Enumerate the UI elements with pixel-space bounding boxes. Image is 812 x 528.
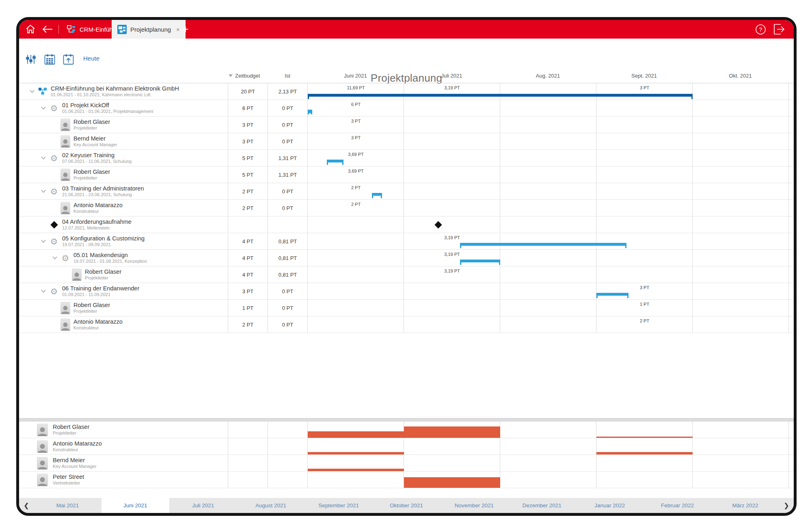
resource-ist-cell [268, 455, 307, 471]
timeline-tab-juli-2021[interactable]: Juli 2021 [169, 498, 237, 513]
resource-row[interactable]: Peter Street Vertriebsleiter [19, 472, 794, 488]
task-bar[interactable] [460, 243, 626, 246]
table-row[interactable]: CRM-Einführung bei Kahrmann Elektronik G… [19, 83, 794, 100]
row-titles: 06 Training der Endanwender 01.09.2021 -… [62, 285, 139, 298]
page-canvas: CRM-Einführu... Projektplanung × + ? [0, 0, 812, 528]
resource-gantt-cell [307, 455, 794, 471]
project-tree-icon [67, 25, 76, 34]
resource-row[interactable]: Bernd Meier Key Account Manager [19, 455, 794, 472]
back-button[interactable] [39, 20, 56, 39]
effort-label: 2 PT [328, 185, 384, 190]
timeline-tab-mai-2021[interactable]: Mai 2021 [34, 498, 102, 513]
gantt-cell[interactable]: 1 PT [307, 300, 794, 316]
table-row[interactable]: 04 Anforderungsaufnahme 12.07.2021, Meil… [19, 216, 794, 233]
table-row[interactable]: Antonio Matarazzo Konstrukteur 2 PT 0 PT… [19, 316, 794, 333]
table-row[interactable]: Bernd Meier Key Account Manager 3 PT 0 P… [19, 133, 794, 150]
gantt-cell[interactable]: 3,69 PT [307, 150, 794, 166]
column-header-ist[interactable]: Ist [268, 73, 307, 79]
timeline-tab-märz-2022[interactable]: März 2022 [711, 498, 779, 513]
effort-label: 11,69 PT [328, 85, 384, 90]
table-row[interactable]: Robert Glaser Projektleiter 4 PT 0,81 PT… [19, 266, 794, 283]
gantt-cell[interactable]: 11,69 PT3,19 PT3 PT [307, 83, 794, 100]
row-title: Antonio Matarazzo [73, 201, 123, 209]
timeline-next-button[interactable]: ❯ [779, 498, 794, 513]
gantt-cell[interactable]: 6 PT [307, 100, 794, 116]
timeline-tab-dezember-2021[interactable]: Dezember 2021 [508, 498, 576, 513]
table-row[interactable]: ⚙ 02 Keyuser Training 07.06.2021 - 11.06… [19, 150, 794, 167]
timeline-tab-januar-2022[interactable]: Januar 2022 [576, 498, 644, 513]
resource-row[interactable]: Antonio Matarazzo Konstrukteur [19, 438, 794, 455]
gantt-cell[interactable]: 3 PT [307, 117, 794, 133]
timeline-tab-september-2021[interactable]: September 2021 [305, 498, 373, 513]
table-row[interactable]: ⚙ 06 Training der Endanwender 01.09.2021… [19, 283, 794, 300]
chevron-down-icon[interactable] [41, 190, 47, 193]
gantt-cell[interactable]: 3,69 PT [307, 167, 794, 183]
calendar-button[interactable] [43, 52, 56, 66]
timeline-prev-button[interactable]: ❮ [19, 498, 34, 513]
effort-label: 3,19 PT [424, 85, 481, 90]
one-day-task-bar[interactable] [308, 110, 312, 115]
workload-bar [596, 437, 693, 438]
zeitbudget-value: 3 PT [228, 117, 268, 133]
task-bar[interactable] [372, 193, 382, 196]
task-bar[interactable] [460, 260, 500, 262]
table-row[interactable]: Robert Glaser Projektleiter 5 PT 1,31 PT… [19, 167, 794, 183]
table-row[interactable]: Antonio Matarazzo Konstrukteur 2 PT 0 PT… [19, 200, 794, 216]
gantt-cell[interactable]: 3,19 PT [307, 266, 794, 283]
tab-projektplanung[interactable]: Projektplanung × [112, 20, 186, 39]
column-header-zeitbudget[interactable]: Zeitbudget [228, 73, 268, 79]
chevron-down-icon[interactable] [41, 290, 47, 293]
gear-icon: ⚙ [49, 154, 59, 162]
exit-button[interactable] [771, 20, 787, 39]
chevron-down-icon[interactable] [52, 256, 58, 260]
resource-name: Antonio Matarazzo [53, 440, 102, 447]
table-row[interactable]: Robert Glaser Projektleiter 3 PT 0 PT 3 … [19, 117, 794, 133]
table-row[interactable]: ⚙ 05.01 Maskendesign 19.07.2021 - 01.08.… [19, 250, 794, 266]
ist-value: 0 PT [268, 300, 307, 316]
calendar-export-button[interactable] [61, 52, 75, 66]
row-title: 06 Training der Endanwender [62, 285, 139, 292]
row-titles: Antonio Matarazzo Konstrukteur [73, 318, 123, 331]
avatar [37, 424, 48, 436]
table-row[interactable]: ⚙ 05 Konfiguration & Customizing 19.07.2… [19, 233, 794, 250]
workload-bar [308, 452, 404, 454]
gantt-cell[interactable]: 2 PT [307, 183, 794, 199]
gantt-cell[interactable]: 3,19 PT [307, 233, 794, 249]
help-button[interactable]: ? [752, 20, 769, 39]
new-tab-button[interactable]: + [177, 20, 194, 39]
chevron-down-icon[interactable] [30, 90, 35, 93]
row-subtitle: Key Account Manager [73, 142, 117, 148]
summary-bar[interactable] [308, 94, 693, 97]
gantt-cell[interactable]: 3,19 PT [307, 250, 794, 266]
timeline-tab-november-2021[interactable]: November 2021 [440, 498, 508, 513]
task-bar[interactable] [596, 293, 628, 296]
gantt-cell[interactable]: 2 PT [307, 200, 794, 216]
resource-name: Bernd Meier [53, 457, 97, 464]
row-titles: 05 Konfiguration & Customizing 19.07.202… [62, 235, 145, 248]
gantt-cell[interactable]: 3 PT [307, 133, 794, 149]
view-settings-button[interactable] [24, 52, 38, 66]
timeline-tab-februar-2022[interactable]: Februar 2022 [644, 498, 711, 513]
task-bar[interactable] [327, 160, 343, 162]
table-row[interactable]: ⚙ 03 Training der Administratoren 21.06.… [19, 183, 794, 200]
gantt-cell[interactable]: 3 PT [307, 283, 794, 299]
table-row[interactable]: Robert Glaser Projektleiter 1 PT 0 PT 1 … [19, 300, 794, 316]
chevron-down-icon[interactable] [41, 240, 47, 243]
ist-value: 2,13 PT [268, 83, 307, 100]
milestone-diamond[interactable] [434, 221, 442, 228]
today-link[interactable]: Heute [83, 55, 99, 62]
table-row[interactable]: ⚙ 01 Projekt KickOff 01.06.2021 - 01.06.… [19, 100, 794, 117]
home-button[interactable] [22, 20, 39, 39]
gantt-cell[interactable]: 2 PT [307, 316, 794, 333]
chevron-down-icon[interactable] [41, 106, 47, 110]
ist-value: 0 PT [268, 200, 307, 216]
effort-label: 3 PT [616, 285, 673, 290]
timeline-tab-august-2021[interactable]: August 2021 [237, 498, 305, 513]
chevron-down-icon[interactable] [41, 156, 47, 160]
timeline-tab-juni-2021[interactable]: Juni 2021 [102, 498, 169, 513]
resource-row[interactable]: Robert Glaser Projektleiter [19, 422, 794, 438]
gantt-cell[interactable] [307, 216, 794, 233]
timeline-tabs: Mai 2021Juni 2021Juli 2021August 2021Sep… [34, 498, 779, 513]
timeline-tab-oktober-2021[interactable]: Oktober 2021 [373, 498, 441, 513]
filter-icon[interactable] [229, 74, 233, 77]
